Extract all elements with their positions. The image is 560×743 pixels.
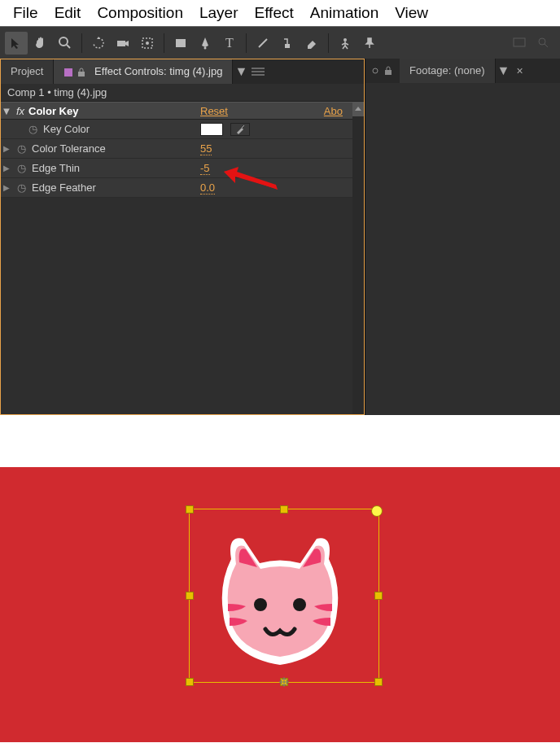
prop-label: Color Tolerance: [32, 142, 106, 155]
prop-key-color: ◷ Key Color: [1, 120, 364, 139]
prop-value[interactable]: 0.0: [200, 181, 215, 194]
anchor-point-icon[interactable]: [279, 677, 289, 687]
eyedropper-icon[interactable]: [230, 123, 250, 136]
menu-view[interactable]: View: [387, 4, 436, 22]
search-icon[interactable]: [532, 32, 555, 55]
svg-rect-5: [176, 39, 186, 47]
selection-tool-icon[interactable]: [5, 32, 28, 55]
prop-color-tolerance: ▶ ◷ Color Tolerance 55: [1, 139, 364, 159]
svg-line-14: [345, 46, 348, 49]
hand-tool-icon[interactable]: [29, 32, 52, 55]
tab-footage[interactable]: Footage: (none): [400, 59, 496, 83]
svg-rect-15: [514, 38, 525, 46]
prop-label: Key Color: [43, 123, 90, 135]
effect-header-row[interactable]: ▼ fx Color Key Reset Abo: [1, 102, 364, 120]
twisty-down-icon[interactable]: ▼: [1, 105, 12, 117]
effect-name: Color Key: [28, 105, 78, 117]
menu-animation[interactable]: Animation: [302, 4, 387, 22]
panel-options-icon[interactable]: [249, 67, 267, 76]
stopwatch-icon[interactable]: ◷: [28, 123, 43, 135]
main-menu-bar: File Edit Composition Layer Effect Anima…: [0, 0, 560, 26]
tab-effect-controls-label: Effect Controls: timg (4).jpg: [94, 65, 222, 77]
link-icon[interactable]: [370, 66, 380, 76]
resize-handle[interactable]: [374, 592, 383, 600]
svg-point-9: [343, 38, 347, 42]
menu-file[interactable]: File: [5, 4, 46, 22]
prop-label: Edge Thin: [32, 162, 80, 174]
clone-stamp-tool-icon[interactable]: [276, 32, 299, 55]
svg-point-0: [59, 37, 68, 46]
composition-stage[interactable]: [0, 467, 560, 742]
svg-line-7: [259, 39, 267, 47]
menu-edit[interactable]: Edit: [46, 4, 90, 22]
footage-panel: Footage: (none) ▼ ×: [365, 59, 560, 415]
prop-edge-thin: ▶ ◷ Edge Thin -5: [1, 159, 364, 178]
lock-icon[interactable]: [383, 66, 393, 76]
svg-line-17: [545, 44, 548, 47]
twisty-right-icon[interactable]: ▶: [1, 183, 12, 192]
composition-viewer: [0, 423, 560, 742]
lock-icon: [77, 68, 86, 77]
effect-controls-panel: Project Effect Controls: timg (4).jpg ▼ …: [0, 59, 365, 415]
scrollbar[interactable]: [352, 102, 364, 414]
camera-tool-icon[interactable]: [112, 32, 134, 55]
workspace-icon[interactable]: [508, 32, 531, 55]
layer-icon: [63, 68, 73, 77]
eraser-tool-icon[interactable]: [300, 32, 323, 55]
zoom-tool-icon[interactable]: [54, 32, 77, 55]
fx-icon[interactable]: fx: [12, 105, 28, 117]
svg-point-4: [146, 42, 149, 45]
resize-handle[interactable]: [186, 505, 194, 514]
svg-rect-19: [78, 72, 85, 76]
breadcrumb: Comp 1 • timg (4).jpg: [1, 84, 364, 102]
svg-rect-2: [117, 41, 125, 46]
prop-value[interactable]: -5: [200, 162, 210, 175]
prop-value[interactable]: 55: [200, 142, 212, 155]
pen-tool-icon[interactable]: [194, 32, 217, 55]
svg-line-1: [67, 45, 70, 48]
tab-project[interactable]: Project: [1, 59, 54, 84]
selection-bounding-box[interactable]: [189, 509, 379, 683]
twisty-right-icon[interactable]: ▶: [1, 164, 12, 173]
rotate-tool-icon[interactable]: [87, 32, 110, 55]
menu-effect[interactable]: Effect: [247, 4, 302, 22]
stopwatch-icon[interactable]: ◷: [17, 181, 32, 194]
svg-point-6: [204, 46, 207, 49]
rectangle-tool-icon[interactable]: [169, 32, 192, 55]
prop-edge-feather: ▶ ◷ Edge Feather 0.0: [1, 178, 364, 198]
type-tool-icon[interactable]: T: [218, 32, 241, 55]
tab-dropdown-icon[interactable]: ▼: [233, 64, 249, 79]
prop-label: Edge Feather: [32, 181, 96, 194]
menu-layer[interactable]: Layer: [191, 4, 247, 22]
svg-rect-8: [285, 44, 290, 48]
svg-point-16: [539, 38, 545, 45]
resize-handle[interactable]: [280, 505, 288, 514]
about-link[interactable]: Abo: [324, 105, 343, 117]
svg-rect-24: [385, 70, 392, 75]
svg-rect-18: [64, 68, 72, 76]
stopwatch-icon[interactable]: ◷: [17, 142, 32, 155]
resize-handle[interactable]: [186, 592, 194, 600]
svg-line-23: [242, 125, 244, 128]
puppet-tool-icon[interactable]: [334, 32, 357, 55]
resize-handle[interactable]: [186, 678, 194, 686]
pan-behind-tool-icon[interactable]: [136, 32, 159, 55]
color-swatch[interactable]: [200, 123, 223, 136]
twisty-right-icon[interactable]: ▶: [1, 144, 12, 153]
toolbar: T: [0, 26, 560, 59]
rotate-handle[interactable]: [371, 505, 383, 517]
pin-tool-icon[interactable]: [358, 32, 381, 55]
reset-link[interactable]: Reset: [200, 105, 228, 117]
close-icon[interactable]: ×: [512, 64, 528, 77]
tab-dropdown-icon[interactable]: ▼: [496, 63, 512, 78]
menu-composition[interactable]: Composition: [89, 4, 191, 22]
resize-handle[interactable]: [374, 678, 383, 686]
brush-tool-icon[interactable]: [252, 32, 274, 55]
tab-effect-controls[interactable]: Effect Controls: timg (4).jpg: [54, 59, 233, 84]
scrollbar-thumb[interactable]: [352, 102, 364, 116]
stopwatch-icon[interactable]: ◷: [17, 162, 32, 174]
